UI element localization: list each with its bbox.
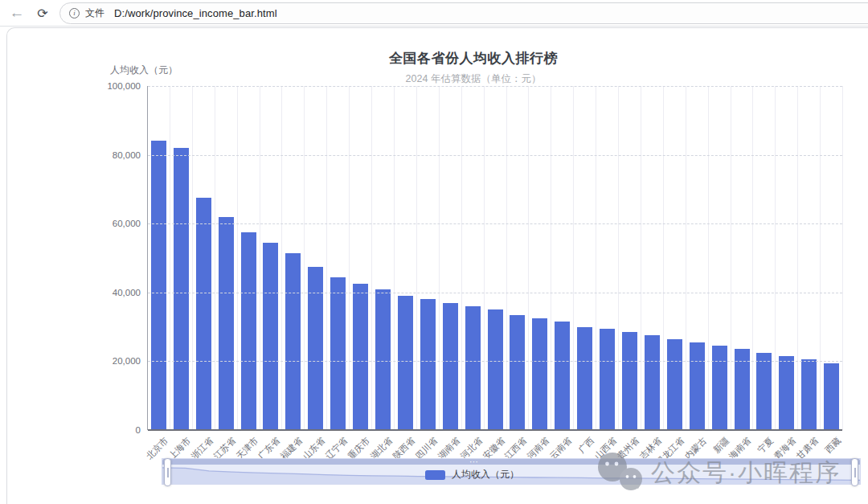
y-tick-label: 60,000 [84, 218, 141, 229]
h-gridline [148, 293, 842, 293]
category-band [215, 86, 237, 430]
bar-辽宁省[interactable] [330, 277, 346, 430]
address-bar[interactable]: i 文件 D:/work/province_income_bar.html [59, 2, 868, 24]
category-band [148, 86, 170, 430]
browser-toolbar: ← ⟳ i 文件 D:/work/province_income_bar.htm… [0, 0, 868, 27]
back-button[interactable]: ← [6, 0, 27, 26]
legend-item-income[interactable]: 人均收入（元） [425, 468, 519, 481]
category-band [596, 86, 618, 430]
bar-天津市[interactable] [241, 232, 256, 430]
category-band [484, 86, 506, 430]
category-band [371, 86, 394, 430]
category-band [461, 86, 484, 430]
bar-河南省[interactable] [532, 318, 547, 430]
bar-福建省[interactable] [285, 253, 301, 430]
bar-重庆市[interactable] [353, 284, 368, 430]
bar-河北省[interactable] [465, 306, 481, 430]
y-tick-label: 40,000 [84, 287, 141, 298]
category-band [731, 86, 753, 430]
category-band [237, 86, 260, 430]
category-band [752, 86, 775, 430]
bar-上海市[interactable] [174, 148, 189, 430]
file-scheme-label: 文件 [85, 6, 104, 20]
bar-山东省[interactable] [308, 267, 323, 430]
bar-黑龙江省[interactable] [667, 339, 682, 430]
category-band [708, 86, 731, 430]
bar-四川省[interactable] [420, 299, 436, 430]
datazoom-handle-left[interactable] [164, 458, 171, 486]
bar-山西省[interactable] [600, 329, 615, 430]
category-band [506, 86, 529, 430]
y-tick-label: 0 [84, 424, 141, 436]
h-gridline [148, 361, 842, 362]
bar-广西[interactable] [577, 327, 592, 430]
category-band [797, 86, 820, 430]
h-gridline [148, 223, 842, 224]
y-axis-name: 人均收入（元） [110, 64, 178, 77]
x-axis-line [148, 429, 842, 431]
category-band [820, 86, 842, 430]
bar-青海省[interactable] [779, 356, 794, 430]
category-band [573, 86, 596, 430]
category-band [439, 86, 461, 430]
bar-北京市[interactable] [151, 141, 166, 430]
category-band [281, 86, 304, 430]
bar-广东省[interactable] [263, 243, 278, 430]
bar-吉林省[interactable] [645, 335, 660, 430]
legend-label: 人均收入（元） [452, 468, 519, 481]
category-band [326, 86, 349, 430]
bar-浙江省[interactable] [196, 198, 211, 430]
bar-甘肃省[interactable] [801, 359, 817, 430]
h-gridline [148, 155, 842, 156]
category-band [170, 86, 192, 430]
category-band [618, 86, 641, 430]
category-band [416, 86, 439, 430]
move-handle-grip-icon: ⋯ [469, 457, 479, 467]
datazoom-move-handle[interactable]: ⋯ [162, 459, 860, 465]
bar-江苏省[interactable] [219, 217, 234, 430]
y-tick-label: 20,000 [84, 355, 141, 367]
chart-subtitle: 2024 年估算数据（单位：元） [144, 72, 803, 86]
bar-西藏[interactable] [824, 363, 839, 430]
category-band [686, 86, 708, 430]
plot-area: 020,00040,00060,00080,000100,000 [148, 86, 843, 430]
x-tick-label: 西藏 [822, 435, 843, 456]
bar-湖南省[interactable] [443, 303, 458, 430]
legend-swatch [425, 470, 445, 480]
url-text[interactable]: D:/work/province_income_bar.html [114, 7, 277, 19]
page-content: 全国各省份人均收入排行榜 2024 年估算数据（单位：元） 人均收入（元） 02… [6, 27, 868, 504]
income-bar-chart: 全国各省份人均收入排行榜 2024 年估算数据（单位：元） 人均收入（元） 02… [7, 28, 868, 504]
datazoom-handle-right[interactable] [851, 458, 858, 486]
category-band [304, 86, 326, 430]
reload-button[interactable]: ⟳ [32, 0, 53, 26]
bar-series [148, 86, 842, 430]
category-band [641, 86, 663, 430]
bar-云南省[interactable] [555, 322, 570, 430]
bar-湖北省[interactable] [375, 289, 391, 430]
page-info-icon[interactable]: i [69, 8, 80, 18]
category-band [775, 86, 797, 430]
h-gridline [148, 86, 842, 87]
bar-安徽省[interactable] [488, 309, 503, 430]
bar-新疆[interactable] [712, 346, 727, 430]
y-tick-label: 100,000 [84, 80, 141, 92]
category-band [192, 86, 215, 430]
category-band [551, 86, 573, 430]
category-band [394, 86, 416, 430]
y-tick-label: 80,000 [84, 150, 141, 161]
bar-内蒙古[interactable] [690, 342, 705, 430]
category-band [349, 86, 371, 430]
chart-title: 全国各省份人均收入排行榜 [144, 49, 803, 68]
category-band [260, 86, 282, 430]
category-band [528, 86, 551, 430]
bar-陕西省[interactable] [398, 296, 413, 430]
bar-贵州省[interactable] [622, 332, 637, 430]
bar-江西省[interactable] [510, 315, 525, 430]
category-band [663, 86, 686, 430]
bar-宁夏[interactable] [756, 353, 772, 430]
